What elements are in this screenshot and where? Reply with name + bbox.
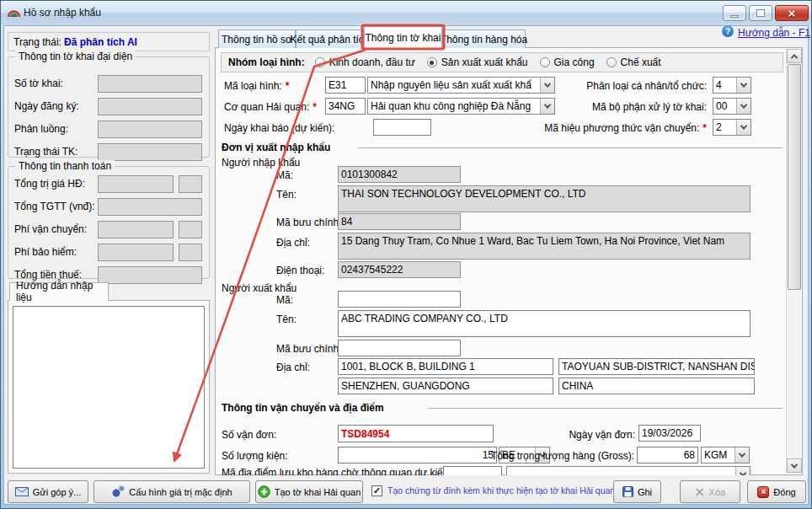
floppy-disk-icon bbox=[622, 486, 633, 497]
exporter-title: Người xuất khẩu bbox=[222, 282, 296, 294]
section-transport-title: Thông tin vận chuyển và địa điểm bbox=[222, 402, 384, 414]
attach-docs-checkbox[interactable]: ✓ bbox=[371, 485, 382, 496]
gross-input[interactable]: 68 bbox=[637, 447, 698, 463]
type-group-label: Nhóm loại hình: bbox=[228, 56, 305, 68]
bill-label: Số vận đơn: bbox=[222, 429, 276, 441]
delete-button[interactable]: ✕ Xóa bbox=[680, 480, 740, 503]
save-button[interactable]: Ghi bbox=[613, 480, 661, 503]
ma-hieu-van-chuyen-combo[interactable]: 2 bbox=[713, 119, 751, 136]
invoice-total-label: Tổng trị giá HĐ: bbox=[14, 178, 85, 190]
chevron-down-icon[interactable] bbox=[736, 120, 751, 135]
chevron-down-icon[interactable] bbox=[735, 467, 750, 475]
exporter-address2-input[interactable]: TAOYUAN SUB-DISTRICT, NANSHAN DISTR bbox=[558, 358, 755, 375]
tab-thong-tin-ho-so[interactable]: Thông tin hồ sơ bbox=[218, 29, 296, 48]
chevron-down-icon[interactable] bbox=[735, 447, 749, 463]
radio-gia-cong[interactable]: Gia công bbox=[540, 56, 595, 68]
button-label: Ghi bbox=[638, 487, 652, 497]
scroll-down-button[interactable] bbox=[787, 458, 802, 473]
gears-icon bbox=[111, 485, 125, 498]
minimize-button[interactable] bbox=[723, 5, 746, 21]
close-dialog-button[interactable]: × Đóng bbox=[747, 480, 806, 503]
radio-che-xuat[interactable]: Chế xuất bbox=[606, 56, 661, 68]
gross-unit-combo[interactable]: KGM bbox=[701, 447, 750, 463]
scroll-up-button[interactable] bbox=[787, 49, 802, 63]
chevron-down-icon bbox=[791, 461, 798, 468]
importer-address-label: Địa chỉ: bbox=[276, 237, 310, 249]
close-button[interactable]: × bbox=[775, 5, 809, 21]
x-icon: ✕ bbox=[695, 486, 705, 498]
ngay-khai-bao-input[interactable] bbox=[373, 119, 431, 136]
scrollbar-thumb[interactable] bbox=[788, 64, 801, 290]
exporter-address4-input[interactable]: CHINA bbox=[558, 378, 755, 394]
combo-value: Nhập nguyên liệu sản xuất xuất khẩ bbox=[368, 78, 540, 93]
exporter-code-input[interactable] bbox=[338, 291, 461, 308]
radio-san-xuat-xuat-khau[interactable]: Sản xuất xuất khẩu bbox=[427, 56, 528, 68]
phan-loai-combo[interactable]: 4 bbox=[713, 77, 751, 94]
vertical-scrollbar[interactable] bbox=[786, 49, 801, 474]
radio-label: Gia công bbox=[554, 56, 595, 68]
exporter-address3-input[interactable]: SHENZHEN, GUANGDONG bbox=[338, 378, 553, 394]
co-quan-code-input[interactable]: 34NG bbox=[325, 98, 366, 115]
tab-label: Thông tin tờ khai bbox=[366, 32, 441, 44]
section-divider bbox=[358, 147, 783, 148]
bill-date-input[interactable]: 19/03/2026 bbox=[638, 425, 701, 442]
button-label: Cấu hình giá trị mặc định bbox=[129, 487, 232, 497]
help-link[interactable]: Hướng dẫn - F1 bbox=[738, 27, 810, 39]
exporter-address1-input[interactable]: 1001, BLOCK B, BUILDING 1 bbox=[338, 358, 553, 375]
tab-thong-tin-to-khai[interactable]: Thông tin tờ khai bbox=[364, 26, 442, 48]
status-panel: Trạng thái: Đã phân tích AI bbox=[8, 32, 210, 51]
maximize-icon bbox=[756, 9, 765, 17]
window-title: Hồ sơ nhập khẩu bbox=[24, 7, 101, 19]
decl-status-label: Trạng thái TK: bbox=[14, 146, 77, 158]
radio-kinh-doanh[interactable]: Kinh doanh, đầu tư bbox=[315, 56, 415, 68]
bill-input[interactable]: TSD84954 bbox=[338, 425, 494, 442]
exporter-address-label: Địa chỉ: bbox=[276, 362, 310, 373]
declaration-summary-title: Thông tin tờ khai đại diện bbox=[15, 51, 136, 62]
importer-name-field: THAI SON TECHNOLOGY DEVELOPMENT CO., LTD bbox=[338, 185, 751, 212]
combo-value: 2 bbox=[713, 120, 736, 135]
close-icon: × bbox=[788, 7, 796, 19]
chevron-down-icon[interactable] bbox=[736, 99, 751, 114]
combo-value: KGM bbox=[702, 447, 735, 463]
radio-label: Kinh doanh, đầu tư bbox=[329, 56, 415, 68]
tab-ket-qua-phan-tich[interactable]: Kết quả phân tích bbox=[296, 29, 364, 48]
location-combo[interactable] bbox=[506, 466, 751, 475]
guide-tab[interactable]: Hướng dẫn nhập liệu bbox=[9, 282, 109, 301]
importer-postal-field: 84 bbox=[338, 213, 461, 230]
tab-thong-tin-hang-hoa[interactable]: Thông tin hàng hóa bbox=[442, 29, 526, 48]
location-row: Mã địa điểm lưu kho hàng chờ thông quan … bbox=[216, 466, 785, 475]
co-quan-hai-quan-label: Cơ quan Hải quan:* bbox=[224, 101, 317, 113]
freight-currency-field bbox=[179, 221, 202, 238]
invoice-total-currency-field bbox=[179, 175, 202, 193]
bill-date-label: Ngày vận đơn: bbox=[523, 429, 635, 441]
create-declaration-button[interactable]: Tạo tờ khai Hải quan bbox=[255, 480, 363, 503]
title-bar[interactable]: Hồ sơ nhập khẩu × bbox=[1, 1, 811, 25]
chevron-down-icon[interactable] bbox=[736, 78, 751, 93]
maximize-button[interactable] bbox=[749, 5, 772, 21]
default-config-button[interactable]: Cấu hình giá trị mặc định bbox=[93, 480, 250, 503]
importer-title: Người nhập khẩu bbox=[222, 157, 300, 169]
help-icon: ? bbox=[722, 25, 734, 37]
type-group-band: Nhóm loại hình: Kinh doanh, đầu tư Sản x… bbox=[221, 52, 783, 72]
phan-loai-label: Phân loại cá nhân/tổ chức: bbox=[523, 80, 707, 92]
section-divider bbox=[429, 408, 783, 409]
insurance-label: Phí bảo hiểm: bbox=[14, 246, 77, 258]
guide-textarea[interactable] bbox=[13, 306, 205, 469]
reg-date-field bbox=[98, 98, 202, 115]
combo-value: 4 bbox=[713, 78, 736, 93]
exporter-postal-input[interactable] bbox=[338, 340, 461, 356]
importer-phone-label: Điện thoại: bbox=[276, 265, 324, 276]
radio-icon bbox=[606, 57, 617, 67]
importer-code-field: 0101300842 bbox=[338, 166, 461, 183]
channel-label: Phân luồng: bbox=[14, 123, 68, 135]
send-feedback-button[interactable]: Gửi góp ý... bbox=[8, 480, 88, 503]
decl-status-field bbox=[98, 143, 202, 161]
exporter-name-input[interactable]: ABC TRADING COMPANY CO., LTD bbox=[338, 310, 751, 337]
combo-value: 00 bbox=[713, 99, 736, 114]
exporter-code-label: Mã: bbox=[276, 294, 293, 306]
ma-bo-phan-combo[interactable]: 00 bbox=[713, 98, 751, 115]
importer-phone-field: 02437545222 bbox=[338, 261, 461, 278]
ma-loai-hinh-code-input[interactable]: E31 bbox=[325, 77, 366, 94]
location-code-input[interactable] bbox=[443, 466, 502, 475]
importer-postal-label: Mã bưu chính: bbox=[276, 217, 341, 228]
